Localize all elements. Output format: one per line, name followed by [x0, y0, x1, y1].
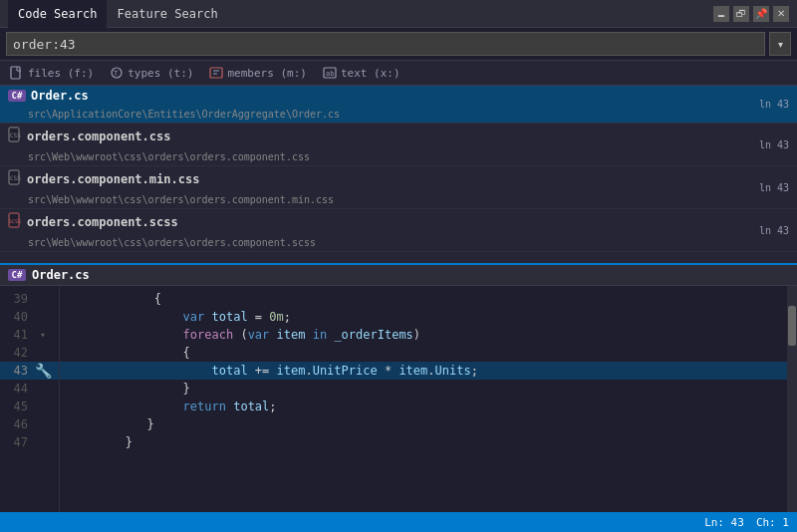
- result-name-2: orders.component.css: [27, 130, 171, 143]
- result-linecount-2: ln 43: [759, 139, 789, 150]
- line-number-43: 43: [0, 362, 32, 380]
- code-line-41: foreach (var item in _orderItems): [68, 326, 787, 344]
- code-line-46: }: [68, 415, 787, 433]
- line-num-42: 42: [0, 344, 59, 362]
- close-button[interactable]: ✕: [773, 6, 789, 22]
- line-num-43: 43 🔧: [0, 362, 59, 380]
- filter-tab-members[interactable]: members (m:): [205, 65, 310, 81]
- code-content: 39 40 41 ▾: [0, 286, 797, 512]
- line-num-45: 45: [0, 398, 59, 415]
- text-icon: ab: [323, 66, 337, 80]
- code-text-area: { var total = 0m; foreach (var item in _…: [60, 286, 787, 512]
- result-item-orders-css[interactable]: CSS orders.component.css src\Web\wwwroot…: [0, 124, 797, 166]
- file-icon: [10, 66, 24, 80]
- result-path-3: src\Web\wwwroot\css\orders\orders.compon…: [28, 194, 334, 205]
- svg-text:CSS: CSS: [10, 132, 21, 138]
- result-name-4: orders.component.scss: [27, 215, 178, 229]
- code-line-40: var total = 0m;: [68, 308, 787, 326]
- filter-tab-members-label: members (m:): [227, 67, 306, 80]
- search-input[interactable]: order:43: [6, 32, 765, 56]
- main-content: order:43 ▾ files (f:) T types (t:): [0, 28, 797, 532]
- result-name-row-4: SCSS orders.component.scss: [8, 212, 178, 231]
- title-bar: Code Search Feature Search 🗕 🗗 📌 ✕: [0, 0, 797, 28]
- search-bar: order:43 ▾: [0, 28, 797, 61]
- result-path-4: src\Web\wwwroot\css\orders\orders.compon…: [28, 237, 316, 248]
- members-icon: [209, 66, 223, 80]
- result-item-orderitem-cs[interactable]: C# OrderItem.cs ln 43: [0, 252, 797, 265]
- line-number-45: 45: [0, 398, 32, 415]
- result-name-row-2: CSS orders.component.css: [8, 127, 171, 145]
- code-panel-lang-badge: C#: [8, 269, 26, 281]
- code-line-47: }: [68, 433, 787, 451]
- line-number-39: 39: [0, 290, 32, 308]
- result-left-3: CSS orders.component.min.css src\Web\www…: [8, 169, 334, 205]
- code-line-43: total += item.UnitPrice * item.Units;: [60, 362, 787, 380]
- line-num-40: 40: [0, 308, 59, 326]
- file-icon-css-2: CSS: [8, 169, 22, 188]
- result-name-row-1: C# Order.cs: [8, 89, 89, 103]
- code-line-44: }: [68, 380, 787, 398]
- line-number-44: 44: [0, 380, 32, 398]
- results-list: C# Order.cs src\ApplicationCore\Entities…: [0, 86, 797, 265]
- bottom-main: C# Order.cs src\ApplicationCore\Entities…: [0, 86, 797, 512]
- code-panel: C# Order.cs 39: [0, 265, 797, 512]
- svg-text:SCSS: SCSS: [9, 218, 21, 224]
- gutter-41: ▾: [32, 326, 54, 344]
- result-left-1: C# Order.cs src\ApplicationCore\Entities…: [8, 89, 340, 120]
- types-icon: T: [110, 66, 124, 80]
- result-left-4: SCSS orders.component.scss src\Web\wwwro…: [8, 212, 316, 248]
- search-dropdown-button[interactable]: ▾: [769, 32, 791, 56]
- result-name-1: Order.cs: [31, 89, 89, 103]
- file-icon-scss: SCSS: [8, 212, 22, 231]
- svg-rect-3: [210, 68, 222, 78]
- title-tabs: Code Search Feature Search: [8, 0, 228, 28]
- maximize-button[interactable]: 🗗: [733, 6, 749, 22]
- result-item-order-cs[interactable]: C# Order.cs src\ApplicationCore\Entities…: [0, 86, 797, 124]
- line-number-47: 47: [0, 433, 32, 451]
- filter-tab-types[interactable]: T types (t:): [106, 65, 197, 81]
- pin-button[interactable]: 📌: [753, 6, 769, 22]
- line-number-42: 42: [0, 344, 32, 362]
- result-item-orders-min-css[interactable]: CSS orders.component.min.css src\Web\www…: [0, 166, 797, 209]
- svg-text:T: T: [114, 70, 119, 78]
- code-line-45: return total;: [68, 398, 787, 415]
- result-left-2: CSS orders.component.css src\Web\wwwroot…: [8, 127, 310, 162]
- line-num-39: 39: [0, 290, 59, 308]
- result-linecount-4: ln 43: [759, 225, 789, 236]
- code-line-39: {: [68, 290, 787, 308]
- result-linecount-3: ln 43: [759, 182, 789, 193]
- line-num-44: 44: [0, 380, 59, 398]
- filter-tab-types-label: types (t:): [128, 67, 193, 80]
- line-number-46: 46: [0, 415, 32, 433]
- line-num-41: 41 ▾: [0, 326, 59, 344]
- svg-text:ab: ab: [326, 70, 334, 78]
- gutter-43-breakpoint: 🔧: [32, 364, 54, 378]
- result-item-orders-scss[interactable]: SCSS orders.component.scss src\Web\wwwro…: [0, 209, 797, 252]
- line-num-47: 47: [0, 433, 59, 451]
- tab-feature-search[interactable]: Feature Search: [107, 0, 227, 28]
- filter-tab-text[interactable]: ab text (x:): [319, 65, 404, 81]
- filter-tab-files[interactable]: files (f:): [6, 65, 98, 81]
- result-path-2: src\Web\wwwroot\css\orders\orders.compon…: [28, 151, 310, 162]
- code-scrollbar[interactable]: [787, 286, 797, 512]
- status-ln: Ln: 43: [704, 516, 744, 529]
- line-num-46: 46: [0, 415, 59, 433]
- scrollbar-thumb: [788, 306, 796, 346]
- file-icon-css-1: CSS: [8, 127, 22, 145]
- result-path-1: src\ApplicationCore\Entities\OrderAggreg…: [28, 109, 340, 120]
- title-controls: 🗕 🗗 📌 ✕: [713, 6, 789, 22]
- filter-tab-files-label: files (f:): [28, 67, 94, 80]
- line-numbers-gutter: 39 40 41 ▾: [0, 286, 60, 512]
- minimize-button[interactable]: 🗕: [713, 6, 729, 22]
- lang-badge-1: C#: [8, 90, 26, 102]
- filter-tab-text-label: text (x:): [341, 67, 400, 80]
- result-name-3: orders.component.min.css: [27, 172, 199, 186]
- status-ch: Ch: 1: [756, 516, 789, 529]
- result-name-row-3: CSS orders.component.min.css: [8, 169, 199, 188]
- code-panel-header: C# Order.cs: [0, 265, 797, 286]
- result-linecount-1: ln 43: [759, 99, 789, 110]
- svg-text:CSS: CSS: [10, 174, 21, 181]
- app-window: Code Search Feature Search 🗕 🗗 📌 ✕ order…: [0, 0, 797, 532]
- tab-code-search[interactable]: Code Search: [8, 0, 107, 28]
- line-number-41: 41: [0, 326, 32, 344]
